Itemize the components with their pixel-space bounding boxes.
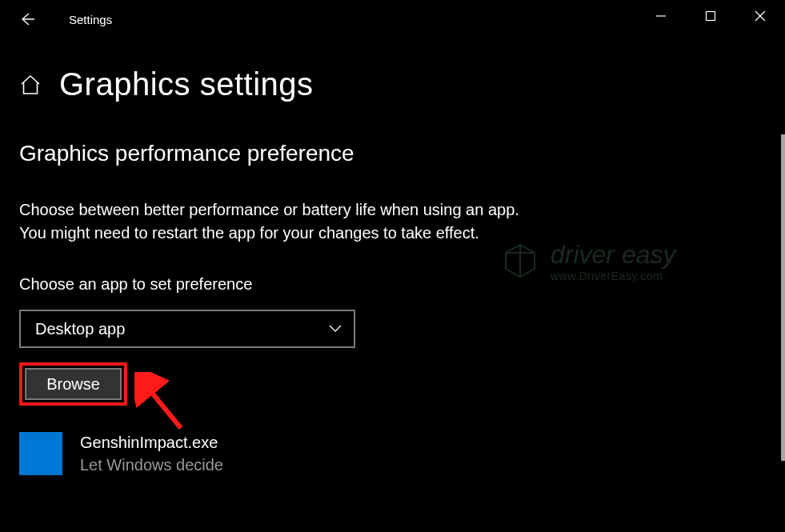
app-info: GenshinImpact.exe Let Windows decide	[80, 431, 223, 476]
close-icon	[755, 10, 766, 22]
description-line-1: Choose between better performance or bat…	[19, 198, 766, 222]
dropdown-selected-value: Desktop app	[35, 320, 125, 338]
maximize-button[interactable]	[686, 0, 735, 32]
window-title: Settings	[69, 13, 112, 26]
app-type-dropdown[interactable]: Desktop app	[19, 310, 355, 348]
page-header: Graphics settings	[19, 66, 766, 102]
description-line-2: You might need to restart the app for yo…	[19, 222, 766, 245]
browse-button[interactable]: Browse	[25, 368, 122, 400]
section-heading: Graphics performance preference	[19, 141, 766, 166]
home-icon	[19, 74, 42, 95]
page-title: Graphics settings	[59, 66, 314, 102]
maximize-icon	[705, 10, 716, 22]
close-button[interactable]	[735, 0, 785, 32]
scrollbar-thumb[interactable]	[781, 134, 785, 461]
browse-button-label: Browse	[46, 375, 100, 394]
dropdown-label: Choose an app to set preference	[19, 275, 766, 294]
window-controls	[636, 0, 785, 32]
content-area: Graphics settings Graphics performance p…	[0, 38, 785, 532]
titlebar: Settings	[0, 0, 785, 38]
app-list-item[interactable]: GenshinImpact.exe Let Windows decide	[19, 431, 766, 476]
section-description: Choose between better performance or bat…	[19, 198, 766, 245]
back-arrow-icon	[18, 10, 36, 28]
app-icon	[19, 432, 62, 475]
browse-highlight: Browse	[19, 362, 127, 406]
minimize-button[interactable]	[636, 0, 686, 32]
svg-rect-1	[707, 12, 715, 21]
minimize-icon	[655, 10, 667, 22]
app-name: GenshinImpact.exe	[80, 431, 223, 454]
chevron-down-icon	[328, 324, 342, 334]
back-button[interactable]	[18, 10, 37, 29]
app-status: Let Windows decide	[80, 454, 223, 476]
home-button[interactable]	[19, 74, 42, 95]
titlebar-left: Settings	[18, 10, 112, 29]
